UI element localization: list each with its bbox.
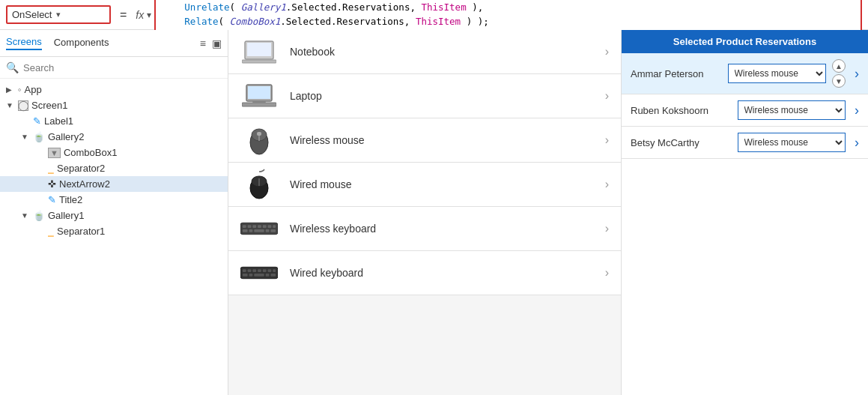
right-panel-header: Selected Product Reservations: [622, 30, 868, 53]
tree-label-nextarrow2: NextArrow2: [59, 178, 110, 190]
svg-rect-26: [270, 229, 276, 232]
svg-rect-31: [258, 269, 261, 272]
row-actions-ammar: ▲ ▼: [832, 59, 846, 88]
product-image-notebook: [240, 37, 278, 66]
svg-rect-23: [249, 229, 253, 232]
main-content: Screens Components ≡ ▣ 🔍 ▶ ◦ App ▼ ◯ Scr…: [0, 30, 868, 395]
dropdown-label: OnSelect: [12, 9, 52, 20]
svg-rect-35: [243, 274, 248, 277]
svg-rect-19: [263, 225, 267, 228]
chevron-right-wireless-keyboard: ›: [605, 222, 609, 235]
tree-item-nextarrow2[interactable]: ✜ NextArrow2: [0, 176, 228, 192]
tab-screens[interactable]: Screens: [6, 36, 42, 50]
tree-item-combobox1[interactable]: ▼ ComboBox1: [0, 145, 228, 160]
expand-icon-screen1: ▼: [6, 101, 15, 109]
onselect-dropdown[interactable]: OnSelect ▾: [6, 5, 111, 24]
product-select-betsy[interactable]: Wireless mouse: [738, 133, 846, 152]
person-name-ammar: Ammar Peterson: [631, 68, 722, 79]
reservation-row-ruben: Ruben Kokshoorn Wireless mouse ›: [622, 94, 868, 127]
product-name-notebook: Notebook: [290, 46, 593, 58]
gallery-item-laptop[interactable]: Laptop ›: [228, 74, 621, 118]
chevron-right-ammar[interactable]: ›: [855, 66, 859, 82]
expand-icon-gallery2: ▼: [21, 133, 30, 141]
svg-rect-6: [252, 101, 266, 103]
tabs-row: Screens Components ≡ ▣: [0, 30, 228, 57]
screen-icon: ◯: [18, 100, 28, 111]
gallery-item-wireless-keyboard[interactable]: Wireless keyboard ›: [228, 207, 621, 251]
product-image-laptop: [240, 82, 278, 110]
svg-rect-34: [273, 269, 276, 272]
gallery-icon: 🍵: [33, 131, 45, 142]
svg-rect-24: [254, 229, 264, 232]
product-name-wireless-keyboard: Wireless keyboard: [290, 223, 593, 235]
product-image-wired-keyboard: [240, 259, 278, 287]
svg-rect-10: [257, 132, 261, 136]
nextarrow-icon: ✜: [48, 178, 56, 190]
app-icon: ◦: [18, 84, 22, 95]
svg-rect-15: [243, 225, 246, 228]
tree-item-screen1[interactable]: ▼ ◯ Screen1: [0, 97, 228, 113]
svg-rect-27: [240, 267, 278, 278]
up-btn-ammar[interactable]: ▲: [832, 59, 846, 73]
label-icon: ✎: [33, 115, 41, 127]
gallery-item-wired-keyboard[interactable]: Wired keyboard ›: [228, 251, 621, 295]
tree-area: ▶ ◦ App ▼ ◯ Screen1 ✎ Label1 ▼ 🍵 Gallery…: [0, 79, 228, 395]
product-name-wired-keyboard: Wired keyboard: [290, 267, 593, 279]
product-image-wireless-mouse: [240, 126, 278, 154]
chevron-right-wireless-mouse: ›: [605, 133, 609, 147]
tab-components[interactable]: Components: [54, 37, 109, 49]
top-toolbar: OnSelect ▾ = fx ▾ If( IsBlank( ComboBox1…: [0, 0, 868, 30]
search-input[interactable]: [23, 62, 222, 73]
chevron-right-notebook: ›: [605, 45, 609, 58]
separator-icon: ⎯: [48, 163, 54, 174]
product-select-ruben[interactable]: Wireless mouse: [738, 100, 846, 120]
tree-item-gallery1[interactable]: ▼ 🍵 Gallery1: [0, 208, 228, 223]
gallery-item-notebook[interactable]: Notebook ›: [228, 30, 621, 74]
chevron-right-betsy[interactable]: ›: [855, 135, 859, 151]
svg-rect-32: [263, 269, 267, 272]
tree-item-app[interactable]: ▶ ◦ App: [0, 82, 228, 97]
svg-rect-1: [247, 43, 271, 56]
tab-icons: ≡ ▣: [200, 37, 222, 49]
svg-rect-2: [242, 60, 276, 63]
svg-rect-29: [248, 269, 252, 272]
combobox-icon: ▼: [48, 148, 61, 158]
tree-item-title2[interactable]: ✎ Title2: [0, 192, 228, 208]
tree-item-label1[interactable]: ✎ Label1: [0, 113, 228, 129]
chevron-right-wired-mouse: ›: [605, 178, 609, 191]
gallery-list: Notebook › Laptop ›: [228, 30, 621, 395]
tree-label-label1: Label1: [44, 115, 73, 127]
chevron-right-wired-keyboard: ›: [605, 266, 609, 280]
svg-rect-22: [243, 229, 248, 232]
separator1-icon: ⎯: [48, 226, 54, 237]
title-icon: ✎: [48, 194, 56, 205]
product-select-ammar[interactable]: Wireless mouse: [728, 64, 827, 83]
tree-item-gallery2[interactable]: ▼ 🍵 Gallery2: [0, 129, 228, 145]
grid-view-icon[interactable]: ▣: [212, 37, 222, 49]
tree-label-gallery1: Gallery1: [48, 210, 84, 221]
svg-rect-36: [249, 274, 253, 277]
product-name-wireless-mouse: Wireless mouse: [290, 134, 593, 146]
list-view-icon[interactable]: ≡: [200, 37, 206, 49]
svg-rect-14: [240, 223, 278, 234]
product-image-wireless-keyboard: [240, 214, 278, 243]
svg-rect-30: [252, 269, 256, 272]
left-panel: Screens Components ≡ ▣ 🔍 ▶ ◦ App ▼ ◯ Scr…: [0, 30, 228, 395]
svg-rect-28: [243, 269, 246, 272]
down-btn-ammar[interactable]: ▼: [832, 74, 846, 88]
chevron-right-ruben[interactable]: ›: [855, 103, 859, 118]
tree-item-separator2[interactable]: ⎯ Separator2: [0, 160, 228, 176]
center-panel: Notebook › Laptop ›: [228, 30, 621, 395]
tree-item-separator1[interactable]: ⎯ Separator1: [0, 223, 228, 239]
svg-rect-38: [266, 274, 270, 277]
expand-icon: ▶: [6, 85, 15, 94]
person-name-betsy: Betsy McCarthy: [631, 137, 732, 148]
chevron-right-laptop: ›: [605, 89, 609, 103]
search-box: 🔍: [0, 57, 228, 79]
gallery1-icon: 🍵: [33, 210, 45, 221]
svg-rect-25: [266, 229, 270, 232]
gallery-item-wired-mouse[interactable]: Wired mouse ›: [228, 163, 621, 207]
dropdown-chevron-icon: ▾: [56, 10, 61, 19]
tree-label-separator2: Separator2: [57, 163, 105, 174]
gallery-item-wireless-mouse[interactable]: Wireless mouse ›: [228, 118, 621, 163]
